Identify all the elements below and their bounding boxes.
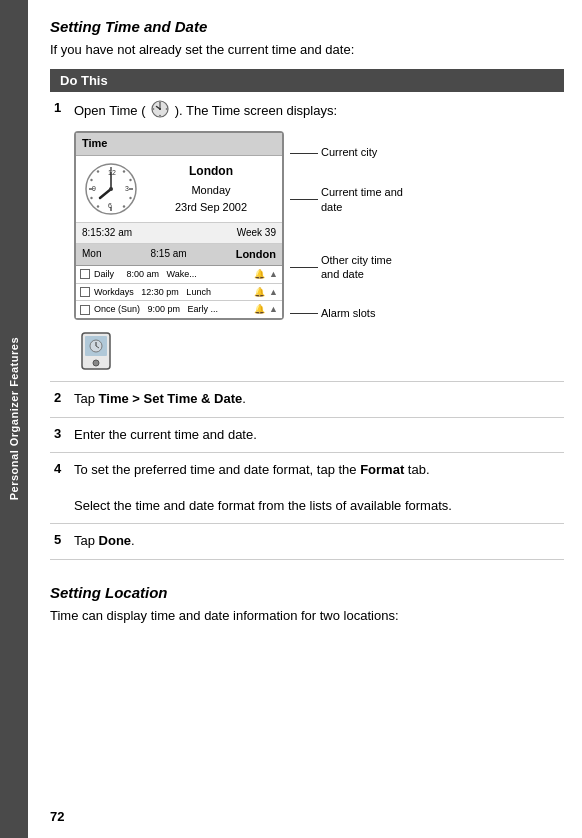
week-display: Week 39 bbox=[237, 226, 276, 240]
second-city-row: Mon 8:15 am London bbox=[76, 244, 282, 266]
step-content-1: Open Time ( bbox=[70, 92, 564, 382]
annotation-line-3 bbox=[290, 267, 318, 268]
svg-point-13 bbox=[123, 170, 125, 172]
annotation-label-1: Current city bbox=[321, 145, 377, 160]
step1-screenshot-area: Time bbox=[74, 131, 560, 321]
svg-point-14 bbox=[129, 179, 131, 181]
time-display: 8:15:32 am bbox=[82, 226, 132, 240]
alarm-slot-1: Daily 8:00 am Wake... 🔔 ▲ bbox=[76, 266, 282, 284]
day-display: Monday bbox=[148, 182, 274, 199]
svg-point-6 bbox=[159, 115, 161, 117]
alarm-tri-2: ▲ bbox=[269, 286, 278, 299]
step-content-3: Enter the current time and date. bbox=[70, 417, 564, 452]
annotation-other-city: Other city timeand date bbox=[290, 253, 403, 282]
svg-point-27 bbox=[109, 187, 113, 191]
step-row-2: 2 Tap Time > Set Time & Date. bbox=[50, 382, 564, 417]
svg-point-7 bbox=[153, 108, 155, 110]
step-content-2: Tap Time > Set Time & Date. bbox=[70, 382, 564, 417]
step-num-3: 3 bbox=[50, 417, 70, 452]
step5-bold: Done bbox=[99, 533, 132, 548]
annotation-label-2: Current time anddate bbox=[321, 185, 403, 214]
annotation-line-4 bbox=[290, 313, 318, 314]
second-city-day: Mon bbox=[82, 247, 101, 261]
alarm-bell-1: 🔔 bbox=[254, 268, 265, 281]
page-number: 72 bbox=[50, 809, 64, 824]
annotation-label-3: Other city timeand date bbox=[321, 253, 392, 282]
annotation-line-1 bbox=[290, 153, 318, 154]
city-date-area: London Monday 23rd Sep 2002 bbox=[138, 162, 274, 215]
clock-icon-inline bbox=[151, 100, 169, 123]
alarm-checkbox-1 bbox=[80, 269, 90, 279]
alarm-checkbox-3 bbox=[80, 305, 90, 315]
step-num-2: 2 bbox=[50, 382, 70, 417]
svg-point-20 bbox=[97, 170, 99, 172]
section1-intro: If you have not already set the current … bbox=[50, 41, 564, 59]
annotation-line-2 bbox=[290, 199, 318, 200]
svg-point-19 bbox=[90, 179, 92, 181]
step-row-1: 1 Open Time ( bbox=[50, 92, 564, 382]
svg-point-4 bbox=[159, 102, 161, 104]
device-icon bbox=[74, 329, 118, 373]
step1-text: Open Time ( bbox=[74, 100, 560, 123]
time-bar: 8:15:32 am Week 39 bbox=[76, 223, 282, 244]
date-value: 23rd Sep 2002 bbox=[148, 199, 274, 216]
step-num-5: 5 bbox=[50, 524, 70, 559]
svg-point-5 bbox=[166, 108, 168, 110]
device-icon-area bbox=[74, 329, 560, 373]
section2-title: Setting Location bbox=[50, 584, 564, 601]
annotation-label-4: Alarm slots bbox=[321, 306, 375, 321]
step-row-3: 3 Enter the current time and date. bbox=[50, 417, 564, 452]
city-name: London bbox=[148, 162, 274, 180]
do-this-header: Do This bbox=[50, 69, 564, 92]
section2: Setting Location Time can display time a… bbox=[50, 584, 564, 625]
step-num-1: 1 bbox=[50, 92, 70, 382]
alarm-text-2: Workdays 12:30 pm Lunch bbox=[94, 286, 250, 299]
clock-area: 12 3 6 9 bbox=[76, 156, 282, 223]
step-num-4: 4 bbox=[50, 452, 70, 524]
alarm-slot-2: Workdays 12:30 pm Lunch 🔔 ▲ bbox=[76, 284, 282, 302]
date-display: Monday 23rd Sep 2002 bbox=[148, 182, 274, 215]
svg-text:12: 12 bbox=[108, 169, 116, 176]
phone-screen: Time bbox=[74, 131, 284, 320]
svg-text:9: 9 bbox=[92, 185, 96, 192]
alarm-text-3: Once (Sun) 9:00 pm Early ... bbox=[94, 303, 250, 316]
svg-text:6: 6 bbox=[108, 202, 112, 209]
main-content: Setting Time and Date If you have not al… bbox=[28, 0, 582, 838]
alarm-tri-3: ▲ bbox=[269, 303, 278, 316]
alarm-checkbox-2 bbox=[80, 287, 90, 297]
analog-clock: 12 3 6 9 bbox=[84, 162, 138, 216]
step-content-4: To set the preferred time and date forma… bbox=[70, 452, 564, 524]
section1-title: Setting Time and Date bbox=[50, 18, 564, 35]
steps-table: 1 Open Time ( bbox=[50, 92, 564, 559]
annotation-current-city: Current city bbox=[290, 145, 403, 160]
alarm-bell-3: 🔔 bbox=[254, 303, 265, 316]
alarm-bell-2: 🔔 bbox=[254, 286, 265, 299]
phone-titlebar: Time bbox=[76, 133, 282, 155]
annotation-current-time: Current time anddate bbox=[290, 185, 403, 214]
step-row-5: 5 Tap Done. bbox=[50, 524, 564, 559]
step4-bold: Format bbox=[360, 462, 404, 477]
sidebar-label: Personal Organizer Features bbox=[8, 337, 20, 500]
second-city-time: 8:15 am bbox=[150, 247, 186, 261]
svg-point-30 bbox=[93, 360, 99, 366]
annotation-alarm-slots: Alarm slots bbox=[290, 306, 403, 321]
alarm-slot-3: Once (Sun) 9:00 pm Early ... 🔔 ▲ bbox=[76, 301, 282, 318]
step-row-4: 4 To set the preferred time and date for… bbox=[50, 452, 564, 524]
annotations-area: Current city Current time anddate Other … bbox=[290, 131, 403, 321]
step-content-5: Tap Done. bbox=[70, 524, 564, 559]
svg-point-18 bbox=[90, 197, 92, 199]
svg-point-17 bbox=[97, 205, 99, 207]
second-city-name: London bbox=[236, 247, 276, 262]
step2-bold: Time > Set Time & Date bbox=[99, 391, 243, 406]
sidebar: Personal Organizer Features bbox=[0, 0, 28, 838]
svg-point-16 bbox=[123, 205, 125, 207]
alarm-text-1: Daily 8:00 am Wake... bbox=[94, 268, 250, 281]
svg-point-15 bbox=[129, 197, 131, 199]
section2-intro: Time can display time and date informati… bbox=[50, 607, 564, 625]
svg-text:3: 3 bbox=[125, 185, 129, 192]
alarm-tri-1: ▲ bbox=[269, 268, 278, 281]
